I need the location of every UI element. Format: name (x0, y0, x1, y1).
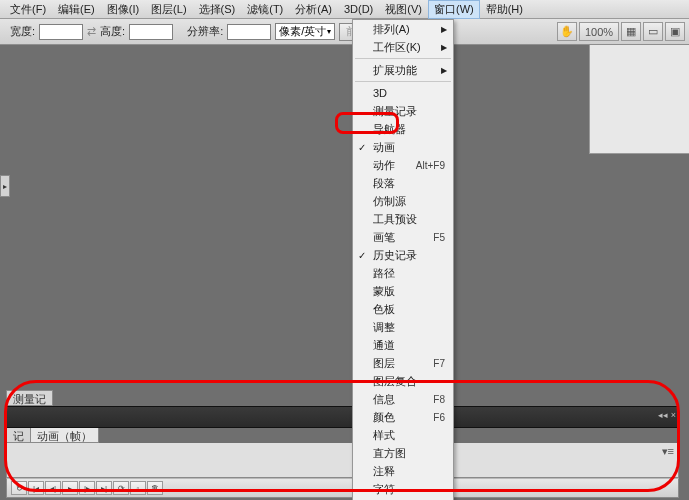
menu-item-色板[interactable]: 色板 (353, 300, 453, 318)
menu-item-字符[interactable]: 字符 (353, 480, 453, 498)
tween-button[interactable]: ↻ (11, 481, 27, 495)
screen-mode-icon[interactable]: ▣ (665, 22, 685, 41)
menu-item-label: 测量记录 (373, 104, 417, 119)
last-frame-button[interactable]: ▸| (96, 481, 112, 495)
dark-strip-controls[interactable]: ◂◂ × (658, 410, 676, 420)
prev-frame-button[interactable]: ◂| (45, 481, 61, 495)
tab-animation-frames[interactable]: 动画（帧） (30, 427, 99, 443)
tab-measure-log[interactable]: 测量记 (6, 390, 53, 406)
menu-window[interactable]: 窗口(W) (428, 0, 480, 19)
submenu-arrow-icon: ▶ (441, 66, 447, 75)
menu-3d[interactable]: 3D(D) (338, 1, 379, 17)
menu-analyze[interactable]: 分析(A) (289, 0, 338, 19)
res-input[interactable] (227, 24, 271, 40)
menu-item-测量记录[interactable]: 测量记录 (353, 102, 453, 120)
menu-item-label: 通道 (373, 338, 395, 353)
menu-item-label: 3D (373, 87, 387, 99)
menu-image[interactable]: 图像(I) (101, 0, 145, 19)
menu-item-历史记录[interactable]: ✓历史记录 (353, 246, 453, 264)
menu-item-图层复合[interactable]: 图层复合 (353, 372, 453, 390)
menu-layer[interactable]: 图层(L) (145, 0, 192, 19)
first-frame-button[interactable]: |◂ (28, 481, 44, 495)
menu-item-label: 工具预设 (373, 212, 417, 227)
menu-item-仿制源[interactable]: 仿制源 (353, 192, 453, 210)
menu-filter[interactable]: 滤镜(T) (241, 0, 289, 19)
shortcut-label: F6 (433, 412, 445, 423)
shortcut-label: F5 (433, 232, 445, 243)
menu-item-label: 路径 (373, 266, 395, 281)
menu-item-通道[interactable]: 通道 (353, 336, 453, 354)
zoom-level[interactable]: 100% (579, 22, 619, 41)
menu-item-3D[interactable]: 3D (353, 84, 453, 102)
menu-item-label: 扩展功能 (373, 63, 417, 78)
check-icon: ✓ (358, 142, 366, 153)
menu-item-label: 图层 (373, 356, 395, 371)
menu-item-工具预设[interactable]: 工具预设 (353, 210, 453, 228)
menu-item-label: 颜色 (373, 410, 395, 425)
menu-item-颜色[interactable]: 颜色F6 (353, 408, 453, 426)
menu-file[interactable]: 文件(F) (4, 0, 52, 19)
menu-item-信息[interactable]: 信息F8 (353, 390, 453, 408)
right-panel-body (589, 44, 689, 154)
menu-item-label: 字符 (373, 482, 395, 497)
options-bar: 宽度: ⇄ 高度: 分辨率: 像素/英寸 ▾ 前面的图 ✋ 100% ▦ ▭ ▣ (0, 19, 689, 45)
grid-icon[interactable]: ▦ (621, 22, 641, 41)
menu-item-扩展功能[interactable]: 扩展功能▶ (353, 61, 453, 79)
menu-item-段落[interactable]: 段落 (353, 174, 453, 192)
menu-item-动画[interactable]: ✓动画 (353, 138, 453, 156)
menu-item-label: 动画 (373, 140, 395, 155)
doc-icon[interactable]: ▭ (643, 22, 663, 41)
animation-controls: ↻ |◂ ◂| ▸ |▸ ▸| ⟳ ▫ 🗑 (6, 478, 679, 498)
menu-view[interactable]: 视图(V) (379, 0, 428, 19)
width-input[interactable] (39, 24, 83, 40)
check-icon: ✓ (358, 250, 366, 261)
play-button[interactable]: ▸ (62, 481, 78, 495)
bottom-panels: 测量记 ◂◂ × 记 动画（帧） ▾≡ ↻ |◂ ◂| ▸ |▸ ▸| ⟳ ▫ … (6, 390, 679, 500)
collapse-left-icon[interactable]: ▸ (0, 175, 10, 197)
next-frame-button[interactable]: |▸ (79, 481, 95, 495)
menu-item-label: 蒙版 (373, 284, 395, 299)
height-input[interactable] (129, 24, 173, 40)
menu-item-蒙版[interactable]: 蒙版 (353, 282, 453, 300)
menu-item-调整[interactable]: 调整 (353, 318, 453, 336)
menu-item-排列(A)[interactable]: 排列(A)▶ (353, 20, 453, 38)
menu-item-图层[interactable]: 图层F7 (353, 354, 453, 372)
unit-select[interactable]: 像素/英寸 ▾ (275, 23, 335, 40)
loop-button[interactable]: ⟳ (113, 481, 129, 495)
menu-item-label: 色板 (373, 302, 395, 317)
unit-value: 像素/英寸 (279, 24, 326, 39)
dark-strip: ◂◂ × (6, 406, 679, 428)
menu-item-路径[interactable]: 路径 (353, 264, 453, 282)
menu-item-动作[interactable]: 动作Alt+F9 (353, 156, 453, 174)
chevron-down-icon: ▾ (327, 27, 331, 36)
height-label: 高度: (100, 24, 125, 39)
menu-select[interactable]: 选择(S) (193, 0, 242, 19)
hand-tool-icon[interactable]: ✋ (557, 22, 577, 41)
menu-item-样式[interactable]: 样式 (353, 426, 453, 444)
menu-item-label: 信息 (373, 392, 395, 407)
delete-frame-button[interactable]: 🗑 (147, 481, 163, 495)
menu-item-label: 画笔 (373, 230, 395, 245)
shortcut-label: Alt+F9 (416, 160, 445, 171)
menu-item-注释[interactable]: 注释 (353, 462, 453, 480)
right-panel: 通道 路径 (589, 26, 689, 154)
new-frame-button[interactable]: ▫ (130, 481, 146, 495)
menu-item-label: 排列(A) (373, 22, 410, 37)
shortcut-label: F8 (433, 394, 445, 405)
menu-item-label: 动作 (373, 158, 395, 173)
menu-item-直方图[interactable]: 直方图 (353, 444, 453, 462)
res-label: 分辨率: (187, 24, 223, 39)
menu-item-label: 段落 (373, 176, 395, 191)
menu-item-导航器[interactable]: 导航器 (353, 120, 453, 138)
menu-help[interactable]: 帮助(H) (480, 0, 529, 19)
menu-item-label: 样式 (373, 428, 395, 443)
panel-menu-icon[interactable]: ▾≡ (662, 445, 674, 458)
menu-edit[interactable]: 编辑(E) (52, 0, 101, 19)
tab-record[interactable]: 记 (6, 427, 31, 443)
menubar: 文件(F) 编辑(E) 图像(I) 图层(L) 选择(S) 滤镜(T) 分析(A… (0, 0, 689, 19)
menu-item-label: 注释 (373, 464, 395, 479)
submenu-arrow-icon: ▶ (441, 43, 447, 52)
menu-item-工作区(K)[interactable]: 工作区(K)▶ (353, 38, 453, 56)
window-menu-dropdown: 排列(A)▶工作区(K)▶扩展功能▶3D测量记录导航器✓动画动作Alt+F9段落… (352, 19, 454, 500)
menu-item-画笔[interactable]: 画笔F5 (353, 228, 453, 246)
